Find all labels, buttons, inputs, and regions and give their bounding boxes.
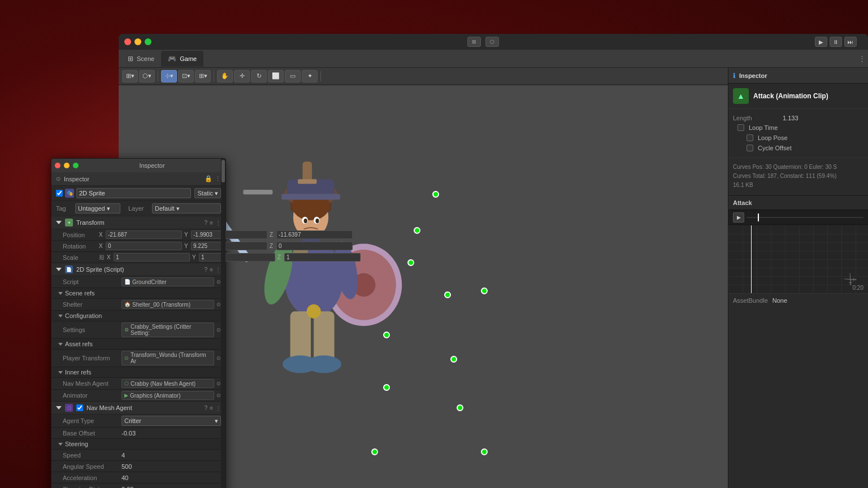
sprite-name-input[interactable] — [76, 188, 191, 198]
minimize-button[interactable] — [134, 38, 141, 45]
pause-button[interactable]: ⏸ — [830, 37, 842, 47]
nav-mesh-component-header[interactable]: ⬡ Nav Mesh Agent ? ≡ ⋮ — [51, 402, 225, 415]
rotation-x-input[interactable] — [106, 242, 182, 250]
layer-dropdown[interactable]: Default ▾ — [152, 203, 221, 213]
base-offset-value: -0.03 — [121, 430, 221, 437]
scale-lock-icon[interactable]: ⛓ — [99, 254, 105, 260]
sprite-script-settings[interactable]: ≡ — [210, 267, 213, 273]
nav-mesh-menu[interactable]: ⋮ — [215, 405, 221, 411]
cycle-offset-checkbox[interactable] — [747, 145, 753, 151]
tool-move[interactable]: ✛ — [234, 70, 250, 82]
layer-arrow: ▾ — [176, 205, 180, 212]
anim-play-button[interactable]: ▶ — [733, 212, 744, 223]
rotation-z-field: Z — [270, 242, 353, 250]
tool-snap[interactable]: ⊡▾ — [178, 70, 194, 82]
agent-type-arrow: ▾ — [215, 417, 218, 425]
left-close-button[interactable] — [55, 163, 60, 168]
tool-pivot[interactable]: ⊞▾ — [195, 70, 211, 82]
clip-properties: Length 1.133 Loop Time Loop Pose Cycle O… — [728, 109, 868, 158]
script-label: Script — [63, 278, 119, 285]
tool-grid[interactable]: ⊹▾ — [161, 70, 177, 82]
shelter-link-icon[interactable]: ⊙ — [216, 302, 221, 307]
transform-component-header[interactable]: ✦ Transform ? ≡ ⋮ — [51, 216, 225, 229]
menu-button[interactable]: ⋮ — [215, 175, 221, 182]
rotation-z-input[interactable] — [276, 242, 353, 250]
nav-mesh-settings[interactable]: ≡ — [210, 405, 213, 411]
transform-help[interactable]: ? — [205, 220, 208, 226]
tag-dropdown[interactable]: Untagged ▾ — [75, 203, 120, 213]
animator-label: Animator — [63, 392, 119, 399]
svg-rect-1 — [243, 190, 272, 194]
script-ref-icon: 📄 — [124, 279, 131, 285]
tool-rotate[interactable]: ↻ — [251, 70, 267, 82]
scale-x-input[interactable] — [114, 253, 190, 262]
script-link-icon[interactable]: ⊙ — [216, 279, 221, 285]
sprite-script-help[interactable]: ? — [205, 267, 208, 273]
nav-mesh-buttons: ? ≡ ⋮ — [205, 405, 221, 411]
rotation-y-input[interactable] — [191, 242, 267, 250]
timeline-scrubber[interactable] — [747, 217, 863, 218]
config-triangle — [58, 315, 63, 317]
tab-scene[interactable]: ⊞ Scene — [121, 51, 161, 67]
acceleration-row: Acceleration 40 — [51, 472, 225, 483]
nav-mesh-active-checkbox[interactable] — [76, 404, 83, 411]
scale-fields: X Y Z — [107, 253, 361, 262]
transform-settings[interactable]: ≡ — [210, 220, 213, 226]
lock-button[interactable]: 🔒 — [205, 175, 212, 182]
left-maximize-button[interactable] — [73, 163, 79, 168]
scene-btn[interactable]: ⊞ — [467, 37, 481, 47]
tab-bar: ⊞ Scene 🎮 Game ⋮ — [119, 50, 868, 68]
position-y-input[interactable] — [191, 230, 267, 239]
bone-dot-shield-arm — [481, 287, 488, 294]
loop-pose-checkbox[interactable] — [747, 134, 753, 141]
position-row: Position X Y Z — [51, 229, 225, 241]
tool-components[interactable]: ⬡▾ — [139, 70, 155, 82]
scroll-indicator[interactable] — [221, 159, 225, 488]
close-button[interactable] — [124, 38, 131, 45]
scale-y-input[interactable] — [199, 253, 275, 262]
maximize-button[interactable] — [145, 38, 151, 45]
bone-dot-left-knee — [383, 384, 390, 391]
tool-rect[interactable]: ▭ — [285, 70, 301, 82]
player-transform-link[interactable]: ⊙ — [216, 355, 221, 361]
sprite-script-triangle — [56, 268, 62, 271]
nav-mesh-help[interactable]: ? — [205, 405, 208, 411]
tool-layers[interactable]: ⊞▾ — [122, 70, 138, 82]
nav-mesh-link[interactable]: ⊙ — [216, 381, 221, 386]
loop-time-checkbox[interactable] — [737, 124, 744, 131]
play-button[interactable]: ▶ — [815, 37, 827, 47]
sprite-script-header[interactable]: 📄 2D Sprite (Script) ? ≡ ⋮ — [51, 263, 225, 276]
scale-z-input[interactable] — [284, 253, 361, 262]
static-dropdown[interactable]: Static ▾ — [194, 188, 221, 198]
settings-link-icon[interactable]: ⊙ — [216, 327, 221, 333]
position-x-input[interactable] — [106, 230, 182, 239]
base-offset-label: Base Offset — [63, 430, 119, 437]
length-label: Length — [733, 115, 778, 121]
tool-custom[interactable]: ✦ — [302, 70, 318, 82]
sx-axis-label: X — [107, 254, 112, 260]
steering-header: Steering — [51, 439, 225, 450]
transform-btn[interactable]: ⬡ — [485, 37, 499, 47]
sprite-script-menu[interactable]: ⋮ — [215, 267, 221, 273]
tool-hand[interactable]: ✋ — [217, 70, 233, 82]
tab-game[interactable]: 🎮 Game — [161, 51, 203, 67]
playbar: ▶ ⏸ ⏭ — [815, 37, 857, 47]
tag-arrow: ▾ — [107, 205, 110, 212]
animator-link[interactable]: ⊙ — [216, 393, 221, 398]
left-minimize-button[interactable] — [64, 163, 70, 168]
sprite-icon: 🎭 — [65, 189, 74, 198]
rz-axis-label: Z — [270, 243, 275, 249]
acceleration-label: Acceleration — [63, 474, 119, 481]
stopping-distance-label: Stopping Distance — [63, 486, 119, 489]
stopping-distance-row: Stopping Distance 0.02 — [51, 483, 225, 488]
step-button[interactable]: ⏭ — [844, 37, 857, 47]
position-z-input[interactable] — [276, 230, 353, 239]
rotation-label: Rotation — [63, 243, 97, 250]
tab-menu-button[interactable]: ⋮ — [858, 54, 866, 63]
angular-speed-row: Angular Speed 500 — [51, 461, 225, 472]
scale-label: Scale — [63, 254, 97, 261]
transform-menu[interactable]: ⋮ — [215, 220, 221, 226]
agent-type-select[interactable]: Critter ▾ — [121, 416, 221, 426]
tool-scale[interactable]: ⬜ — [268, 70, 284, 82]
active-checkbox[interactable] — [56, 190, 63, 197]
